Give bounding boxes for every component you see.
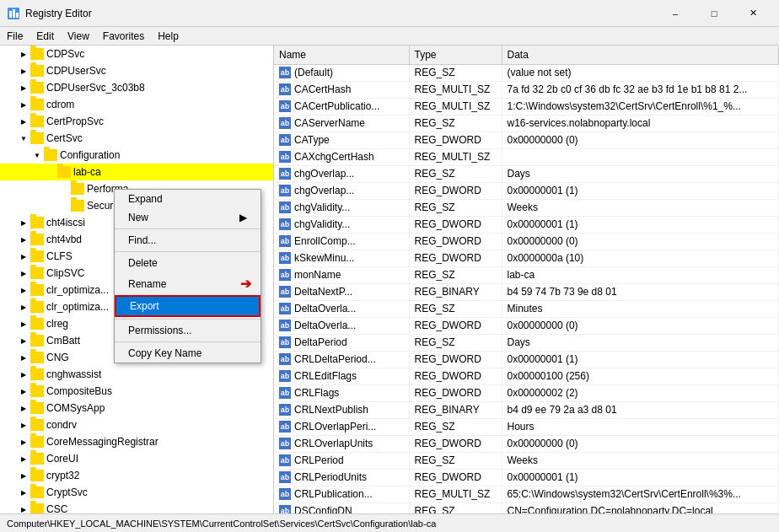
- table-row[interactable]: abDeltaOverla...REG_DWORD0x00000000 (0): [274, 317, 779, 334]
- table-row[interactable]: abCRLPublication...REG_MULTI_SZ65:C:\Win…: [274, 486, 779, 502]
- folder-icon: [30, 132, 44, 144]
- reg-type-cell: REG_DWORD: [409, 182, 502, 199]
- table-row[interactable]: abCACertHashREG_MULTI_SZ7a fd 32 2b c0 c…: [274, 81, 779, 98]
- tree-item-certpropsvc[interactable]: ▶ CertPropSvc: [0, 113, 273, 130]
- reg-data-cell: Days: [502, 334, 779, 351]
- tree-item-certsvc[interactable]: ▼ CertSvc: [0, 130, 273, 147]
- reg-data-cell: 1:C:\Windows\system32\CertSrv\CertEnroll…: [502, 98, 779, 115]
- table-row[interactable]: abDeltaPeriodREG_SZDays: [274, 334, 779, 351]
- tree-item-comsysapp[interactable]: ▶ COMSysApp: [0, 400, 273, 416]
- tree-item-cnghwassist[interactable]: ▶ cnghwassist: [0, 366, 273, 383]
- folder-icon: [30, 318, 44, 330]
- reg-type-icon: ab: [279, 488, 291, 500]
- table-row[interactable]: abchgOverlap...REG_DWORD0x00000001 (1): [274, 182, 779, 199]
- reg-data-cell: 0x00000100 (256): [502, 368, 779, 384]
- table-row[interactable]: abCRLDeltaPeriod...REG_DWORD0x00000001 (…: [274, 351, 779, 368]
- title-bar: Registry Editor – □ ✕: [0, 0, 779, 27]
- context-menu-export[interactable]: Export: [115, 295, 261, 317]
- reg-type-icon: ab: [279, 202, 291, 213]
- context-menu-copy-key-name[interactable]: Copy Key Name: [115, 344, 261, 363]
- reg-type-cell: REG_SZ: [409, 64, 502, 81]
- table-row[interactable]: abmonNameREG_SZlab-ca: [274, 266, 779, 283]
- table-row[interactable]: abchgValidity...REG_DWORD0x00000001 (1): [274, 216, 779, 233]
- menu-favorites[interactable]: Favorites: [96, 29, 151, 44]
- table-row[interactable]: abCRLPeriodUnitsREG_DWORD0x00000001 (1): [274, 469, 779, 486]
- folder-icon: [30, 301, 44, 313]
- expand-arrow: ▶: [17, 47, 30, 61]
- menu-file[interactable]: File: [0, 29, 30, 44]
- table-row[interactable]: abEnrollComp...REG_DWORD0x00000000 (0): [274, 233, 779, 250]
- table-row[interactable]: abCRLNextPublishREG_BINARYb4 d9 ee 79 2a…: [274, 401, 779, 418]
- table-row[interactable]: abCAServerNameREG_SZw16-services.nolabno…: [274, 115, 779, 132]
- reg-type-cell: REG_DWORD: [409, 233, 502, 250]
- table-row[interactable]: abDeltaNextP...REG_BINARYb4 59 74 7b 73 …: [274, 283, 779, 300]
- table-row[interactable]: abCRLOverlapPeri...REG_SZHours: [274, 418, 779, 435]
- reg-name-cell: abmonName: [274, 266, 409, 283]
- context-menu-find[interactable]: Find...: [115, 231, 261, 250]
- table-row[interactable]: abDSConfigDNREG_SZCN=Configuration,DC=no…: [274, 502, 779, 513]
- reg-type-icon: ab: [279, 218, 291, 230]
- expand-arrow: ▼: [30, 148, 44, 162]
- tree-item-cdpsvc[interactable]: ▶ CDPSvc: [0, 46, 273, 62]
- table-row[interactable]: abDeltaOverla...REG_SZMinutes: [274, 300, 779, 317]
- reg-type-cell: REG_MULTI_SZ: [409, 148, 502, 165]
- table-row[interactable]: abCRLFlagsREG_DWORD0x00000002 (2): [274, 384, 779, 401]
- reg-name-cell: abCACertPublicatio...: [274, 98, 409, 115]
- expand-arrow: ▶: [17, 115, 30, 128]
- tree-item-configuration[interactable]: ▼ Configuration: [0, 147, 273, 164]
- tree-item-coremessagingregistrar[interactable]: ▶ CoreMessagingRegistrar: [0, 433, 273, 450]
- tree-label: CoreUI: [46, 453, 78, 465]
- context-menu-rename[interactable]: Rename ➔: [115, 272, 261, 295]
- table-row[interactable]: abCACertPublicatio...REG_MULTI_SZ1:C:\Wi…: [274, 98, 779, 115]
- folder-icon: [30, 116, 44, 127]
- table-row[interactable]: abCRLPeriodREG_SZWeeks: [274, 452, 779, 469]
- reg-name-cell: abDeltaNextP...: [274, 283, 409, 300]
- menu-help[interactable]: Help: [151, 29, 185, 44]
- tree-item-lab-ca[interactable]: lab-ca: [0, 164, 273, 180]
- minimize-button[interactable]: –: [656, 0, 695, 27]
- reg-name-cell: abCRLOverlapPeri...: [274, 418, 409, 435]
- window-title: Registry Editor: [25, 8, 656, 19]
- status-bar: Computer\HKEY_LOCAL_MACHINE\SYSTEM\Curre…: [0, 513, 779, 532]
- reg-data-cell: 0x00000000 (0): [502, 132, 779, 148]
- right-scroll[interactable]: Name Type Data ab(Default)REG_SZ(value n…: [274, 46, 779, 513]
- table-row[interactable]: abCRLOverlapUnitsREG_DWORD0x00000000 (0): [274, 435, 779, 452]
- reg-type-cell: REG_DWORD: [409, 435, 502, 452]
- context-menu-permissions[interactable]: Permissions...: [115, 321, 261, 340]
- table-row[interactable]: abchgOverlap...REG_SZDays: [274, 165, 779, 182]
- reg-type-cell: REG_DWORD: [409, 216, 502, 233]
- tree-item-cdpusersvc3c03b8[interactable]: ▶ CDPUserSvc_3c03b8: [0, 79, 273, 96]
- tree-item-crypt32[interactable]: ▶ crypt32: [0, 467, 273, 484]
- table-row[interactable]: abCAXchgCertHashREG_MULTI_SZ: [274, 148, 779, 165]
- maximize-button[interactable]: □: [695, 0, 733, 27]
- context-menu-delete[interactable]: Delete: [115, 254, 261, 272]
- close-button[interactable]: ✕: [733, 0, 772, 27]
- menu-edit[interactable]: Edit: [30, 29, 61, 44]
- tree-item-condrv[interactable]: ▶ condrv: [0, 416, 273, 433]
- reg-name-cell: abDeltaOverla...: [274, 300, 409, 317]
- reg-type-icon: ab: [279, 370, 291, 382]
- table-row[interactable]: abchgValidity...REG_SZWeeks: [274, 199, 779, 216]
- tree-item-csc[interactable]: ▶ CSC: [0, 501, 273, 513]
- menu-view[interactable]: View: [61, 29, 96, 44]
- context-menu-expand[interactable]: Expand: [115, 190, 261, 208]
- reg-data-cell: Minutes: [502, 300, 779, 317]
- reg-data-cell: b4 d9 ee 79 2a a3 d8 01: [502, 401, 779, 418]
- tree-label: clreg: [46, 318, 68, 330]
- table-row[interactable]: abCRLEditFlagsREG_DWORD0x00000100 (256): [274, 368, 779, 384]
- reg-type-icon: ab: [279, 269, 291, 281]
- expand-arrow: ▼: [17, 132, 30, 145]
- reg-data-cell: Weeks: [502, 199, 779, 216]
- tree-item-cdpusersvc[interactable]: ▶ CDPUserSvc: [0, 62, 273, 79]
- context-menu-new[interactable]: New ▶: [115, 208, 261, 227]
- table-row[interactable]: ab(Default)REG_SZ(value not set): [274, 64, 779, 81]
- folder-icon: [30, 368, 44, 380]
- tree-item-cdrom[interactable]: ▶ cdrom: [0, 96, 273, 113]
- folder-icon: [30, 385, 44, 397]
- table-row[interactable]: abCATypeREG_DWORD0x00000000 (0): [274, 132, 779, 148]
- tree-item-coreui[interactable]: ▶ CoreUI: [0, 450, 273, 467]
- folder-icon: [30, 402, 44, 414]
- tree-item-cryptsvc[interactable]: ▶ CryptSvc: [0, 484, 273, 501]
- tree-item-compositebus[interactable]: ▶ CompositeBus: [0, 383, 273, 400]
- table-row[interactable]: abkSkewMinu...REG_DWORD0x0000000a (10): [274, 250, 779, 266]
